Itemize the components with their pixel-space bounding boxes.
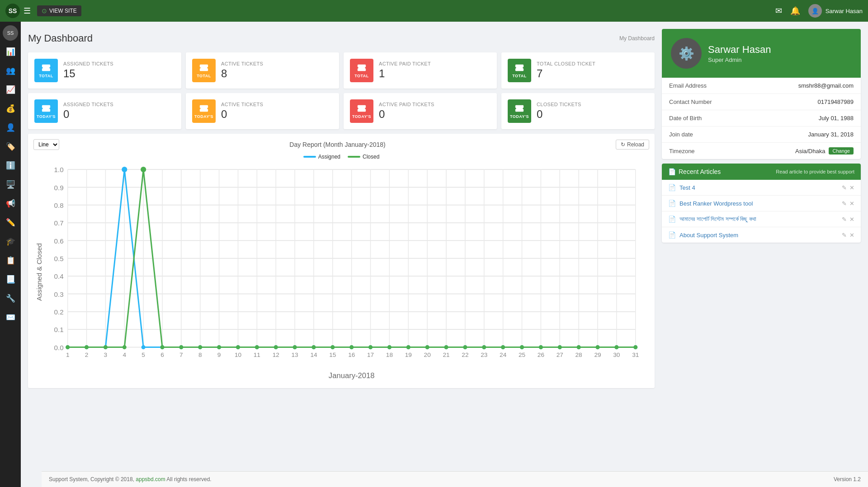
article-icon: 📄 <box>668 200 676 207</box>
svg-point-147 <box>633 345 637 349</box>
timezone-change-button[interactable]: Change <box>829 147 854 155</box>
footer-copyright: Support System, Copyright © 2018, <box>49 476 134 482</box>
svg-text:20: 20 <box>424 351 431 358</box>
article-edit-icon[interactable]: ✎ <box>842 200 847 207</box>
stat-card: TODAY'S ASSIGNED TICKETS 0 <box>28 93 181 129</box>
profile-details: Email Address smshr88@gmail.com Contact … <box>662 78 861 159</box>
svg-text:January-2018: January-2018 <box>329 371 375 380</box>
chart-header: Line Bar Day Report (Month January-2018)… <box>33 139 649 150</box>
sidebar-item-pen[interactable]: ✏️ <box>1 213 19 231</box>
svg-text:Assigned & Closed: Assigned & Closed <box>35 243 43 301</box>
stat-icon: TOTAL <box>34 59 58 82</box>
svg-text:4: 4 <box>123 351 126 358</box>
stats-row-1: TOTAL ASSIGNED TICKETS 15 TOTAL ACTIVE T… <box>28 52 655 89</box>
sidebar-item-tag[interactable]: 🏷️ <box>1 137 19 155</box>
svg-point-146 <box>614 345 618 349</box>
svg-point-126 <box>236 345 240 349</box>
stat-icon-label: TOTAL <box>512 74 527 78</box>
sidebar-item-users[interactable]: 👥 <box>1 61 19 80</box>
stat-label: TOTAL CLOSED TICKET <box>537 61 595 66</box>
svg-text:6: 6 <box>160 351 164 358</box>
left-panel: My Dashboard My Dashboard TOTAL ASSIGNED… <box>28 29 655 464</box>
svg-text:13: 13 <box>292 351 298 358</box>
stat-card: TOTAL ACTIVE TICKETS 8 <box>186 52 339 89</box>
stat-card: TODAY'S ACTIVE TICKETS 0 <box>186 93 339 129</box>
stat-icon-label: TODAY'S <box>510 114 529 119</box>
article-edit-icon[interactable]: ✎ <box>842 184 847 191</box>
sidebar-item-graduation[interactable]: 🎓 <box>1 232 19 250</box>
article-title[interactable]: Test 4 <box>679 184 838 191</box>
article-actions: ✎ ✕ <box>842 184 854 191</box>
article-delete-icon[interactable]: ✕ <box>849 200 854 207</box>
chart-type-select[interactable]: Line Bar <box>33 139 59 150</box>
article-delete-icon[interactable]: ✕ <box>849 232 854 239</box>
hamburger-icon[interactable]: ☰ <box>24 6 31 16</box>
envelope-icon[interactable]: ✉ <box>775 6 782 16</box>
article-icon: 📄 <box>668 215 676 223</box>
profile-name: Sarwar Hasan <box>708 44 771 56</box>
stat-card: TOTAL ASSIGNED TICKETS 15 <box>28 52 181 89</box>
svg-text:7: 7 <box>179 351 183 358</box>
svg-text:0.2: 0.2 <box>54 308 64 316</box>
stat-label: ASSIGNED TICKETS <box>63 102 113 107</box>
bell-icon[interactable]: 🔔 <box>790 6 800 16</box>
legend-closed-label: Closed <box>363 154 379 160</box>
sidebar-item-list[interactable]: 📃 <box>1 270 19 288</box>
sidebar-item-dashboard[interactable]: 📊 <box>1 42 19 61</box>
view-site-button[interactable]: ⊙ VIEW SITE <box>37 5 81 16</box>
viewsite-dot-icon: ⊙ <box>42 7 47 14</box>
chart-container: Line Bar Day Report (Month January-2018)… <box>28 134 655 388</box>
stat-value: 15 <box>63 67 113 80</box>
stat-value: 0 <box>63 108 113 121</box>
profile-row-join: Join date January 31, 2018 <box>662 126 861 143</box>
page-header: My Dashboard My Dashboard <box>28 29 655 46</box>
profile-row-timezone: Timezone Asia/Dhaka Change <box>662 143 861 159</box>
svg-point-124 <box>198 345 202 349</box>
article-title[interactable]: About Support System <box>679 232 838 239</box>
svg-text:0.8: 0.8 <box>54 201 64 209</box>
svg-text:0.4: 0.4 <box>54 272 64 280</box>
svg-point-135 <box>406 345 410 349</box>
sidebar-item-monitor[interactable]: 🖥️ <box>1 175 19 193</box>
sidebar-item-megaphone[interactable]: 📢 <box>1 194 19 212</box>
profile-row-dob: Date of Birth July 01, 1988 <box>662 110 861 126</box>
svg-text:31: 31 <box>632 351 639 358</box>
footer-link[interactable]: appsbd.com <box>136 476 165 482</box>
sidebar-item-person[interactable]: 👤 <box>1 118 19 136</box>
articles-header: 📄 Recent Articles Read article to provid… <box>662 164 861 180</box>
article-edit-icon[interactable]: ✎ <box>842 232 847 239</box>
svg-text:0.1: 0.1 <box>54 326 64 333</box>
sidebar-item-tools[interactable]: 🔧 <box>1 289 19 307</box>
sidebar-item-info[interactable]: ℹ️ <box>1 156 19 174</box>
reload-icon: ↻ <box>621 141 625 148</box>
article-row: 📄 Test 4 ✎ ✕ <box>662 180 861 196</box>
article-actions: ✎ ✕ <box>842 200 854 207</box>
svg-point-140 <box>501 345 505 349</box>
svg-point-90 <box>142 345 146 349</box>
sidebar-item-reports[interactable]: 📈 <box>1 80 19 98</box>
svg-point-117 <box>66 345 70 349</box>
sidebar-item-table[interactable]: 📋 <box>1 251 19 269</box>
footer-left: Support System, Copyright © 2018, appsbd… <box>49 476 212 482</box>
chart-svg-wrapper: 0.00.10.20.30.40.50.60.70.80.91.01234567… <box>33 163 649 383</box>
timezone-value-group: Asia/Dhaka Change <box>795 147 854 155</box>
svg-point-89 <box>122 167 127 172</box>
breadcrumb: My Dashboard <box>619 35 655 42</box>
article-delete-icon[interactable]: ✕ <box>849 216 854 223</box>
sidebar-item-money[interactable]: 💰 <box>1 99 19 117</box>
article-delete-icon[interactable]: ✕ <box>849 184 854 191</box>
svg-text:8: 8 <box>198 351 202 358</box>
article-edit-icon[interactable]: ✎ <box>842 216 847 223</box>
legend-assigned-label: Assigned <box>318 154 340 160</box>
chart-reload-button[interactable]: ↻ Reload <box>616 140 649 150</box>
svg-text:28: 28 <box>576 351 582 358</box>
article-title[interactable]: Best Ranker Wordpress tool <box>679 200 838 207</box>
svg-point-131 <box>330 345 335 349</box>
article-title[interactable]: আমাদের সাপোর্ট সিস্টেম সম্পর্কে কিছু কথা <box>679 215 838 223</box>
topbar-user[interactable]: 👤 Sarwar Hasan <box>808 4 863 18</box>
svg-text:23: 23 <box>481 351 487 358</box>
legend-closed-color <box>348 156 360 158</box>
sidebar-item-mail[interactable]: ✉️ <box>1 308 19 326</box>
contact-label: Contact Number <box>669 98 712 105</box>
articles-list: 📄 Test 4 ✎ ✕ 📄 Best Ranker Wordpress too… <box>662 180 861 243</box>
